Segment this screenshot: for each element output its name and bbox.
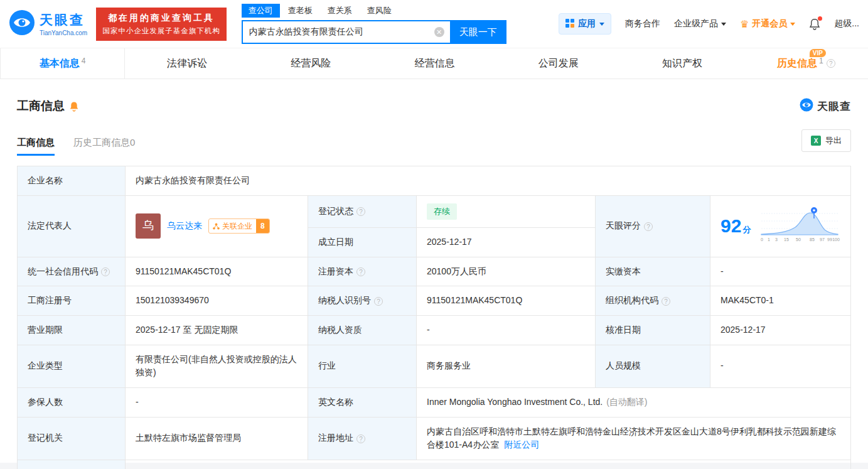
- field-label: 统一社会信用代码?: [18, 257, 126, 286]
- help-icon[interactable]: ?: [644, 222, 653, 231]
- tianyancha-logo-icon: [9, 9, 35, 38]
- field-label: 行业: [308, 345, 417, 387]
- nav-open-vip[interactable]: ♛ 开通会员: [740, 18, 795, 30]
- english-name-value: Inner Mongolia Yonghao Investment Co., L…: [417, 387, 851, 417]
- status-cell: 存续: [417, 195, 596, 227]
- apps-label: 应用: [578, 18, 596, 30]
- table-row: 登记机关 土默特左旗市场监督管理局 注册地址? 内蒙古自治区呼和浩特市土默特左旗…: [18, 417, 851, 460]
- brand-eye-icon: [800, 98, 813, 114]
- export-label: 导出: [825, 135, 842, 146]
- search-tab-boss[interactable]: 查老板: [281, 4, 319, 18]
- reg-number-value: 150121039349670: [126, 286, 308, 316]
- search-input[interactable]: [242, 20, 450, 44]
- svg-text:50: 50: [796, 237, 801, 242]
- insured-count-value: -: [126, 387, 308, 417]
- tab-legal-proceedings[interactable]: 法律诉讼: [125, 48, 249, 78]
- top-header: 天眼查 TianYanCha.com 都在用的商业查询工具 国家中小企业发展子基…: [0, 0, 868, 48]
- export-button[interactable]: X 导出: [801, 129, 851, 152]
- business-info-table: 企业名称 内蒙古永皓投资有限责任公司 法定代表人 乌 乌云达来: [17, 166, 851, 469]
- tab-company-development[interactable]: 公司发展: [496, 48, 620, 78]
- section-brand-logo: 天眼查: [800, 98, 851, 114]
- avatar[interactable]: 乌: [136, 213, 161, 239]
- tab-operating-risk[interactable]: 经营风险: [249, 48, 373, 78]
- tab-intellectual-property[interactable]: 知识产权: [620, 48, 744, 78]
- subtab-business-info[interactable]: 工商信息: [17, 137, 55, 156]
- tab-label: 知识产权: [662, 57, 702, 70]
- logo-subtitle: TianYanCha.com: [40, 30, 87, 36]
- enterprise-label: 企业级产品: [674, 18, 718, 30]
- field-label: 组织机构代码?: [596, 286, 710, 316]
- help-icon[interactable]: ?: [662, 297, 670, 306]
- brand-text: 天眼查: [817, 99, 851, 114]
- taxpayer-id-value: 91150121MAK45CT01Q: [417, 286, 596, 316]
- promo-badge: 都在用的商业查询工具 国家中小企业发展子基金旗下机构: [96, 8, 227, 41]
- notifications-bell-icon[interactable]: [809, 18, 820, 30]
- help-icon[interactable]: ?: [356, 267, 365, 276]
- field-label: 经营范围: [18, 460, 126, 469]
- field-label: 实缴资本: [596, 257, 710, 286]
- vip-label: 开通会员: [752, 18, 787, 30]
- search-button[interactable]: 天眼一下: [450, 20, 506, 44]
- chevron-down-icon: [599, 23, 604, 26]
- field-label: 成立日期: [308, 227, 417, 257]
- svg-text:85: 85: [810, 237, 815, 242]
- tab-label: 经营风险: [291, 57, 331, 70]
- search-tab-company[interactable]: 查公司: [242, 4, 280, 18]
- reg-capital-value: 20100万人民币: [417, 257, 596, 286]
- apps-menu[interactable]: 应用: [559, 13, 611, 35]
- subtab-row: 工商信息 历史工商信息0 X 导出: [17, 129, 851, 156]
- related-companies-count: 8: [256, 219, 269, 234]
- paid-capital-value: -: [710, 257, 851, 286]
- field-label: 工商注册号: [18, 286, 126, 316]
- svg-text:100: 100: [832, 237, 840, 242]
- score-cell: 92分: [710, 195, 851, 257]
- search-tab-risk[interactable]: 查风险: [360, 4, 399, 18]
- field-label: 参保人数: [18, 387, 126, 417]
- related-companies-icon: [213, 223, 220, 230]
- related-companies-badge[interactable]: 关联企业 8: [208, 218, 270, 234]
- tab-operating-info[interactable]: 经营信息: [373, 48, 496, 78]
- nearby-companies-link[interactable]: 附近公司: [504, 439, 539, 450]
- help-icon[interactable]: ?: [101, 267, 110, 276]
- crown-icon: ♛: [740, 18, 749, 30]
- table-row: 企业类型 有限责任公司(非自然人投资或控股的法人独资) 行业 商务服务业 人员规…: [18, 345, 851, 387]
- help-icon[interactable]: ?: [827, 59, 835, 68]
- help-icon[interactable]: ?: [374, 297, 383, 306]
- section-title: 工商信息: [17, 98, 65, 114]
- clear-search-icon[interactable]: ✕: [434, 27, 444, 37]
- reg-address-value: 内蒙古自治区呼和浩特市土默特左旗呼和浩特金山经济技术开发区金山大道8号伊利乳都科…: [417, 417, 851, 460]
- main-content: 工商信息 天眼查 工商信息 历史工商信息0 X 导出: [0, 98, 868, 469]
- org-code-value: MAK45CT0-1: [710, 286, 851, 316]
- help-icon[interactable]: ?: [356, 434, 365, 443]
- field-label: 英文名称: [308, 387, 417, 417]
- help-icon[interactable]: ?: [356, 207, 365, 216]
- table-row: 经营范围 一般项目：企业管理；企业管理咨询；以自有资金从事投资活动。 （除依法须…: [18, 460, 851, 469]
- tianyancha-logo[interactable]: 天眼查 TianYanCha.com: [9, 9, 87, 38]
- tab-label: 公司发展: [538, 57, 579, 70]
- company-anchor-tabs: 基本信息 4 法律诉讼 经营风险 经营信息 公司发展 知识产权 历史信息 VIP…: [0, 48, 868, 79]
- legal-rep-link[interactable]: 乌云达来: [167, 219, 202, 233]
- tab-label: 经营信息: [414, 57, 454, 70]
- nav-business-cooperation[interactable]: 商务合作: [625, 18, 660, 30]
- tab-count: 4: [82, 57, 86, 65]
- field-label: 营业期限: [18, 315, 126, 345]
- table-row: 参保人数 - 英文名称 Inner Mongolia Yonghao Inves…: [18, 387, 851, 417]
- subscribe-bell-icon[interactable]: [69, 101, 79, 112]
- score-curve-chart[interactable]: 0 1 3 15 50 85 97 99 100: [759, 205, 840, 248]
- tab-count: 1: [819, 57, 823, 65]
- related-companies-label: 关联企业: [222, 220, 252, 232]
- field-label: 人员规模: [596, 345, 710, 387]
- nav-enterprise-products[interactable]: 企业级产品: [674, 18, 726, 30]
- search-tabs: 查公司 查老板 查关系 查风险: [242, 4, 506, 18]
- subtab-history-business-info[interactable]: 历史工商信息0: [73, 137, 135, 156]
- tab-basic-info[interactable]: 基本信息 4: [0, 48, 125, 78]
- table-row: 营业期限 2025-12-17 至 无固定期限 纳税人资质 - 核准日期 202…: [18, 315, 851, 345]
- staff-size-value: -: [710, 345, 851, 387]
- taxpayer-quali-value: -: [417, 315, 596, 345]
- tab-history-info[interactable]: 历史信息 VIP 1 ?: [744, 48, 868, 78]
- company-name-value: 内蒙古永皓投资有限责任公司: [126, 166, 851, 196]
- search-tab-relation[interactable]: 查关系: [321, 4, 359, 18]
- svg-text:97: 97: [820, 237, 825, 242]
- nav-super-vip[interactable]: 超级...: [834, 18, 859, 30]
- field-label: 企业类型: [18, 345, 126, 387]
